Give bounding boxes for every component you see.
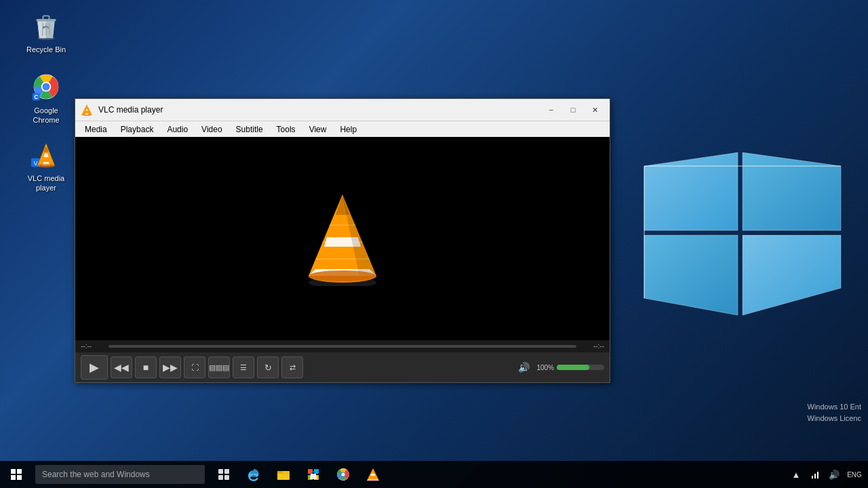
svg-rect-45 (277, 471, 283, 473)
maximize-button[interactable]: □ (564, 103, 583, 117)
vlc-desktop-label: VLC mediaplayer (28, 174, 64, 193)
stop-button[interactable]: ■ (135, 357, 157, 378)
vlc-desktop-icon: V (30, 138, 62, 171)
svg-rect-59 (817, 472, 818, 479)
desktop-icon-chrome[interactable]: C Google Chrome (19, 68, 73, 128)
activation-text: Windows 10 Ent Windows Licenc (808, 401, 861, 424)
volume-slider[interactable] (557, 365, 604, 370)
svg-rect-36 (11, 469, 16, 474)
svg-point-9 (43, 83, 50, 91)
volume-label: 100% (532, 364, 554, 371)
close-button[interactable]: ✕ (585, 103, 604, 117)
desktop: Recycle Bin C Google Chrome (0, 0, 868, 461)
taskbar-right: ▲ 🔊 ENG (788, 466, 868, 483)
svg-text:V: V (34, 161, 38, 167)
next-button[interactable]: ▶▶ (159, 357, 181, 378)
prev-button[interactable]: ◀◀ (111, 357, 132, 378)
equalizer-button[interactable]: ▤▤▤ (208, 357, 230, 378)
menu-subtitle[interactable]: Subtitle (229, 123, 270, 136)
vlc-controls-bar: ▶ ◀◀ ■ ▶▶ ⛶ ▤▤▤ ☰ ↻ ⇄ 🔊 100% (75, 352, 610, 382)
svg-rect-38 (11, 475, 16, 480)
vlc-window: VLC media player − □ ✕ Media Playback Au… (75, 98, 610, 383)
windows-logo (637, 146, 848, 325)
start-button[interactable] (0, 461, 33, 488)
chrome-icon: C (30, 70, 62, 103)
svg-rect-37 (17, 469, 22, 474)
svg-rect-42 (218, 475, 223, 480)
svg-line-1 (43, 23, 43, 35)
play-button[interactable]: ▶ (81, 355, 108, 380)
vlc-menubar: Media Playback Audio Video Subtitle Tool… (75, 121, 610, 137)
menu-media[interactable]: Media (78, 123, 114, 136)
fullscreen-button[interactable]: ⛶ (184, 357, 205, 378)
volume-fill (557, 365, 589, 370)
taskbar-edge[interactable] (240, 461, 267, 488)
desktop-icon-vlc[interactable]: V VLC mediaplayer (19, 136, 73, 196)
menu-audio[interactable]: Audio (160, 123, 195, 136)
recycle-bin-icon (30, 9, 62, 42)
tray-volume[interactable]: 🔊 (826, 466, 842, 483)
volume-area: 🔊 100% (518, 362, 604, 373)
taskbar-file-explorer[interactable] (270, 461, 297, 488)
taskbar-vlc[interactable] (359, 461, 387, 488)
shuffle-button[interactable]: ⇄ (281, 357, 303, 378)
svg-rect-58 (814, 474, 816, 479)
taskbar-store[interactable] (300, 461, 327, 488)
svg-rect-39 (17, 475, 22, 480)
vlc-titlebar: VLC media player − □ ✕ (75, 99, 610, 121)
time-left: --:-- (81, 342, 104, 350)
taskbar-apps (210, 461, 387, 488)
tray-network[interactable] (807, 466, 823, 483)
vlc-title-icon (81, 104, 93, 116)
svg-rect-57 (812, 476, 813, 479)
svg-rect-40 (218, 469, 223, 474)
svg-line-3 (50, 23, 50, 35)
tray-language[interactable]: ENG (845, 466, 864, 483)
desktop-icon-recycle-bin[interactable]: Recycle Bin (19, 7, 73, 57)
taskbar-chrome[interactable] (330, 461, 357, 488)
menu-tools[interactable]: Tools (270, 123, 302, 136)
vlc-seekbar-area: --:-- --:-- (75, 340, 610, 352)
svg-rect-5 (43, 16, 49, 19)
taskbar-task-view[interactable] (210, 461, 237, 488)
svg-point-32 (309, 270, 376, 281)
search-input[interactable] (35, 465, 205, 484)
chrome-label: Google Chrome (22, 106, 71, 125)
svg-marker-55 (371, 474, 376, 476)
taskbar: ▲ 🔊 ENG (0, 461, 868, 488)
svg-text:C: C (34, 94, 38, 100)
seekbar[interactable] (108, 345, 576, 348)
vlc-window-controls: − □ ✕ (542, 103, 604, 117)
volume-icon: 🔊 (518, 362, 530, 373)
menu-view[interactable]: View (302, 123, 334, 136)
menu-help[interactable]: Help (333, 123, 363, 136)
tray-chevron[interactable]: ▲ (788, 466, 804, 483)
menu-video[interactable]: Video (195, 123, 229, 136)
loop-button[interactable]: ↻ (257, 357, 279, 378)
svg-rect-43 (224, 475, 229, 480)
time-right: --:-- (580, 342, 604, 350)
svg-rect-41 (224, 469, 229, 474)
playlist-button[interactable]: ☰ (233, 357, 254, 378)
menu-playback[interactable]: Playback (114, 123, 161, 136)
recycle-bin-label: Recycle Bin (26, 45, 66, 54)
vlc-title-text: VLC media player (98, 105, 542, 115)
svg-point-18 (37, 164, 55, 168)
vlc-viewport (75, 137, 610, 340)
vlc-seekbar-row: --:-- --:-- (81, 342, 604, 350)
svg-point-52 (342, 473, 345, 476)
minimize-button[interactable]: − (542, 103, 561, 117)
